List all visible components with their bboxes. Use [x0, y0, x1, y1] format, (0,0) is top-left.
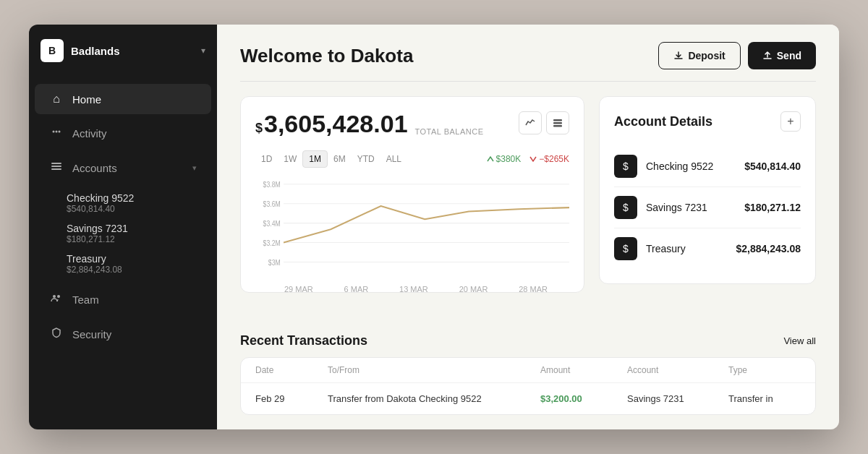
svg-rect-5	[51, 168, 61, 170]
transactions-header: Recent Transactions View all	[240, 333, 816, 348]
chart-svg: $3.8M $3.6M $3.4M $3.2M $3M	[255, 176, 569, 278]
savings-account-icon: $	[614, 196, 637, 219]
team-icon	[49, 292, 64, 307]
tab-all[interactable]: ALL	[380, 151, 407, 167]
send-icon	[762, 51, 773, 61]
tab-1m[interactable]: 1M	[302, 150, 328, 168]
savings-account-balance: $180,271.12	[744, 202, 801, 213]
stat-down: −$265K	[529, 154, 569, 164]
svg-point-7	[57, 295, 60, 298]
deposit-button[interactable]: Deposit	[658, 42, 740, 69]
main-content: Welcome to Dakota Deposit Send	[217, 25, 839, 429]
sidebar-item-label: Team	[72, 294, 197, 306]
table-row[interactable]: Feb 29 Transfer from Dakota Checking 952…	[241, 383, 815, 414]
balance-icons	[519, 111, 569, 134]
treasury-account-name: Treasury	[646, 243, 727, 254]
sidebar-item-label: Accounts	[72, 162, 184, 174]
main-body: $ 3,605,428.01 TOTAL BALANCE	[217, 82, 839, 333]
tab-ytd[interactable]: YTD	[352, 151, 380, 167]
tx-account: Savings 7231	[627, 393, 728, 404]
col-date: Date	[255, 365, 328, 375]
svg-point-0	[53, 131, 55, 133]
checking-account-name: Checking 9522	[646, 160, 736, 172]
tab-1w[interactable]: 1W	[278, 151, 302, 167]
balance-label: TOTAL BALANCE	[415, 127, 484, 136]
table-header: Date To/From Amount Account Type	[241, 358, 815, 383]
savings-account-name: Savings 7231	[646, 202, 736, 213]
checking-account-balance: $540,814.40	[744, 160, 801, 172]
account-row-treasury[interactable]: $ Treasury $2,884,243.08	[614, 228, 801, 269]
chart-tabs: 1D 1W 1M 6M YTD ALL $380K	[255, 150, 569, 168]
total-balance-amount: 3,605,428.01	[264, 111, 408, 136]
account-details-title: Account Details	[614, 114, 712, 129]
brand-name: Badlands	[71, 45, 194, 57]
balance-header: $ 3,605,428.01 TOTAL BALANCE	[255, 111, 569, 139]
account-row-checking[interactable]: $ Checking 9522 $540,814.40	[614, 146, 801, 187]
sidebar-item-accounts[interactable]: Accounts ▾	[35, 152, 211, 184]
accounts-submenu: Checking 9522 $540,814.40 Savings 7231 $…	[29, 185, 217, 282]
col-amount: Amount	[540, 365, 627, 375]
stat-up: $380K	[487, 154, 522, 164]
svg-text:$3.6M: $3.6M	[263, 200, 281, 208]
tx-date: Feb 29	[255, 393, 328, 404]
sidebar-item-label: Security	[72, 328, 197, 340]
accounts-chevron-icon: ▾	[192, 163, 197, 173]
currency-symbol: $	[255, 121, 263, 136]
header-actions: Deposit Send	[658, 42, 816, 69]
account-details-header: Account Details +	[614, 111, 801, 132]
svg-rect-3	[51, 163, 61, 164]
col-tofrom: To/From	[328, 365, 540, 375]
sidebar-brand[interactable]: B Badlands ▾	[29, 25, 217, 77]
transactions-table: Date To/From Amount Account Type Feb 29 …	[240, 357, 816, 415]
svg-point-1	[56, 131, 58, 133]
tx-amount: $3,200.00	[540, 393, 627, 404]
send-button[interactable]: Send	[748, 42, 816, 69]
account-details-card: Account Details + $ Checking 9522 $540,8…	[599, 96, 816, 284]
home-icon: ⌂	[49, 93, 64, 106]
tx-type: Transfer in	[728, 393, 801, 404]
add-account-button[interactable]: +	[780, 111, 801, 132]
col-account: Account	[627, 365, 728, 375]
security-icon	[49, 327, 64, 341]
sub-item-checking[interactable]: Checking 9522 $540,814.40	[67, 188, 217, 218]
tx-tofrom: Transfer from Dakota Checking 9522	[328, 393, 540, 404]
svg-text:$3M: $3M	[268, 258, 281, 267]
svg-rect-10	[553, 125, 562, 127]
sidebar-item-label: Home	[72, 93, 197, 106]
sidebar-item-label: Activity	[72, 127, 197, 140]
chart-view-button[interactable]	[519, 111, 542, 134]
page-title: Welcome to Dakota	[240, 45, 413, 67]
brand-chevron-icon: ▾	[201, 46, 205, 56]
checking-account-icon: $	[614, 155, 637, 178]
balance-amount-row: $ 3,605,428.01 TOTAL BALANCE	[255, 111, 483, 139]
svg-text:$3.4M: $3.4M	[263, 219, 281, 228]
treasury-account-balance: $2,884,243.08	[736, 243, 801, 254]
svg-rect-4	[51, 166, 61, 167]
sub-item-savings[interactable]: Savings 7231 $180,271.12	[67, 218, 217, 249]
balance-chart: $3.8M $3.6M $3.4M $3.2M $3M 29 MAR 6 MAR…	[255, 176, 569, 278]
svg-text:$3.2M: $3.2M	[263, 239, 281, 247]
svg-rect-9	[553, 122, 562, 124]
sidebar-item-home[interactable]: ⌂ Home	[35, 84, 211, 114]
svg-rect-8	[553, 119, 562, 121]
activity-icon	[49, 126, 64, 140]
treasury-account-icon: $	[614, 237, 637, 260]
accounts-icon	[49, 160, 64, 175]
sidebar-item-activity[interactable]: Activity	[35, 117, 211, 149]
sidebar-item-team[interactable]: Team	[35, 283, 211, 315]
tab-6m[interactable]: 6M	[328, 151, 352, 167]
tab-1d[interactable]: 1D	[255, 151, 278, 167]
transactions-section: Recent Transactions View all Date To/Fro…	[217, 333, 839, 429]
svg-text:$3.8M: $3.8M	[263, 180, 281, 189]
sidebar: B Badlands ▾ ⌂ Home Activity	[29, 25, 217, 429]
balance-card: $ 3,605,428.01 TOTAL BALANCE	[240, 96, 584, 293]
list-view-button[interactable]	[546, 111, 569, 134]
view-all-link[interactable]: View all	[783, 335, 816, 346]
chart-stats: $380K −$265K	[487, 154, 569, 164]
transactions-title: Recent Transactions	[240, 333, 367, 348]
sub-item-treasury[interactable]: Treasury $2,884,243.08	[67, 249, 217, 279]
sidebar-item-security[interactable]: Security	[35, 318, 211, 350]
account-row-savings[interactable]: $ Savings 7231 $180,271.12	[614, 187, 801, 228]
sidebar-nav: ⌂ Home Activity	[29, 77, 217, 429]
brand-logo: B	[41, 39, 64, 62]
